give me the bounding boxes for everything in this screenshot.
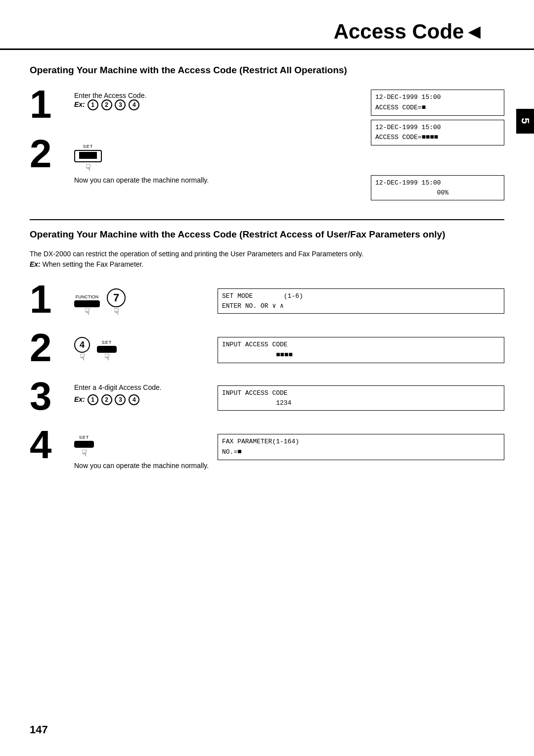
function-btn-col: FUNCTION ☟ [74,294,100,316]
hand-icon-func: ☟ [85,307,90,316]
circle4-col: 4 ☟ [74,337,90,362]
screen2-1: SET MODE (1-6) ENTER NO. OR ∨ ∧ [218,288,504,314]
set-key-4[interactable] [74,441,94,448]
section-tab: 5 [516,109,534,134]
set-button-group-4: SET ☟ [74,435,94,458]
s2-circle-4: 4 [129,394,139,405]
set-label-2: SET [102,340,112,345]
screen2-3: INPUT ACCESS CODE 1234 [218,385,504,411]
step1-instruction: Enter the Access Code. [74,92,146,99]
function-key[interactable] [74,300,100,307]
main-content: Operating Your Machine with the Access C… [0,50,534,499]
s2-step4-content: SET ☟ Now you can operate the machine no… [74,425,209,470]
section2-heading: Operating Your Machine with the Access C… [30,229,504,240]
section1-step1: 1 Enter the Access Code. Ex: 1 2 3 4 [30,85,356,124]
screen1-2: 12-DEC-1999 15:00 ACCESS CODE=■■■■ [371,120,504,146]
s2-step4-left: 4 SET ☟ Now you can operate the machine … [30,425,218,470]
s2-step4-number: 4 [30,425,69,465]
s2-step3-right: INPUT ACCESS CODE 1234 [218,377,504,415]
step1-number: 1 [30,85,69,124]
circle-1: 1 [88,99,98,110]
screen2-2: INPUT ACCESS CODE ■■■■ [218,337,504,363]
s2-step2-row: 2 4 ☟ SET ☟ [30,328,504,368]
function-label: FUNCTION [76,294,99,299]
step2-number: 2 [30,134,69,174]
s2-step3-left: 3 Enter a 4-digit Access Code. Ex: 1 2 3… [30,377,218,416]
function-button-group: FUNCTION ☟ 7 ☟ [74,288,126,316]
section1-steps: 1 Enter the Access Code. Ex: 1 2 3 4 [30,85,356,189]
page-title: Access Code◄ [334,20,485,44]
s2-step2-right: INPUT ACCESS CODE ■■■■ [218,328,504,367]
s2-step3-number: 3 [30,377,69,416]
hand-icon-4: ☟ [80,353,85,362]
s2-step3-row: 3 Enter a 4-digit Access Code. Ex: 1 2 3… [30,377,504,416]
section-divider [30,219,504,220]
s2-step2-content: 4 ☟ SET ☟ [74,328,117,362]
set-label-4: SET [79,435,89,440]
section1-heading: Operating Your Machine with the Access C… [30,65,504,76]
s2-step1-left: 1 FUNCTION ☟ 7 ☟ [30,280,218,319]
circle-4: 4 [129,99,139,110]
s2-step4-row: 4 SET ☟ Now you can operate the machine … [30,425,504,470]
section1-step2: 2 SET ☟ Now you can operate the machine … [30,134,356,184]
section1-screens: 12-DEC-1999 15:00 ACCESS CODE=■ 12-DEC-1… [371,85,504,204]
s2-step4-after: Now you can operate the machine normally… [74,462,209,470]
page-number: 147 [30,723,48,736]
s2-step1-right: SET MODE (1-6) ENTER NO. OR ∨ ∧ [218,280,504,318]
s2-step4-right: FAX PARAMETER(1-164) NO.=■ [218,425,504,464]
section1-layout: 1 Enter the Access Code. Ex: 1 2 3 4 [30,85,504,204]
screen1-3-spacer: 12-DEC-1999 15:00 00% [371,175,504,200]
key7-col: 7 ☟ [107,288,126,316]
s2-step2-left: 2 4 ☟ SET ☟ [30,328,218,368]
s2-step3-ex: Ex: 1 2 3 4 [74,394,162,405]
hand-icon-7: ☟ [114,307,119,316]
set-key-1[interactable] [74,150,102,162]
s2-step1-row: 1 FUNCTION ☟ 7 ☟ [30,280,504,319]
screen2-4: FAX PARAMETER(1-164) NO.=■ [218,434,504,460]
circle-3: 3 [115,99,126,110]
set-key-2[interactable] [97,346,117,353]
step2-after: Now you can operate the machine normally… [74,176,209,184]
key-7-circle[interactable]: 7 [107,288,126,307]
screen1-1: 12-DEC-1999 15:00 ACCESS CODE=■ [371,90,504,116]
step2-content: SET ☟ Now you can operate the machine no… [74,134,209,184]
screen1-3: 12-DEC-1999 15:00 00% [371,175,504,200]
page: 5 Access Code◄ Operating Your Machine wi… [0,0,534,756]
step1-ex: Ex: 1 2 3 4 [74,99,146,110]
hand-icon-1: ☟ [86,163,91,172]
s2-step2-number: 2 [30,328,69,368]
s2-step1-content: FUNCTION ☟ 7 ☟ [74,280,126,316]
hand-icon-set4: ☟ [82,449,87,458]
set-button-group-1: SET ☟ [74,144,102,172]
s2-step1-number: 1 [30,280,69,319]
set2-col: SET ☟ [97,340,117,362]
tab-number: 5 [519,118,532,125]
circle-2: 2 [101,99,112,110]
s2-circle-2: 2 [101,394,112,405]
section2-desc: The DX-2000 can restrict the operation o… [30,249,504,270]
step1-content: Enter the Access Code. Ex: 1 2 3 4 [74,85,146,110]
s2-circle-1: 1 [88,394,98,405]
key-4-circle[interactable]: 4 [74,337,90,353]
page-header: Access Code◄ [0,0,534,50]
step2-btn-group: 4 ☟ SET ☟ [74,337,117,362]
hand-icon-set2: ☟ [104,353,110,362]
set-label-1: SET [83,144,93,149]
s2-circle-3: 3 [115,394,126,405]
s2-step3-instruction: Enter a 4-digit Access Code. [74,383,162,391]
s2-step3-content: Enter a 4-digit Access Code. Ex: 1 2 3 4 [74,377,162,405]
